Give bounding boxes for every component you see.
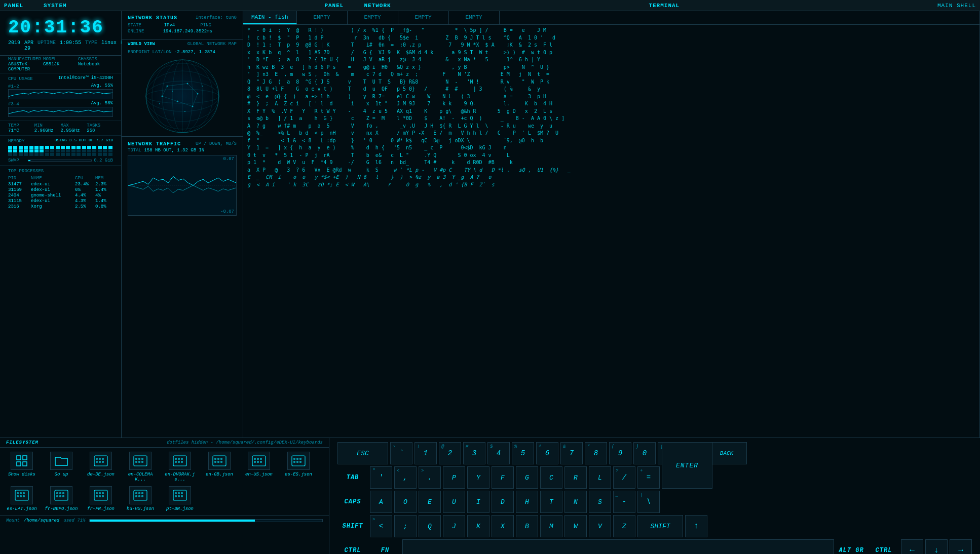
key-e[interactable]: E [419, 491, 441, 513]
caps-label[interactable]: CAPS [337, 491, 368, 513]
ctrl-right-label[interactable]: CTRL [869, 539, 899, 554]
key-quote[interactable]: " ' [370, 466, 392, 489]
fs-icon[interactable]: en-GB.json [202, 452, 237, 482]
fs-icon[interactable]: en-US.json [241, 452, 277, 482]
key-3[interactable]: # 3 [463, 442, 485, 464]
key-0[interactable]: ) 0 [633, 442, 656, 464]
key-z[interactable]: Z [613, 515, 635, 537]
key-o[interactable]: O [394, 491, 417, 513]
backspace-key[interactable]: BACK [706, 442, 747, 464]
key-g[interactable]: G [516, 466, 538, 489]
tab-empty-2[interactable]: EMPTY [348, 11, 398, 24]
key-1[interactable]: ! 1 [414, 442, 437, 464]
key-7[interactable]: & 7 [560, 442, 583, 464]
fs-icon[interactable]: Show disks [4, 452, 40, 482]
fs-icon[interactable]: es-ES.json [281, 452, 316, 482]
key-r[interactable]: R [564, 466, 587, 489]
key-i[interactable]: I [467, 491, 489, 513]
key-backslash[interactable]: | \ [637, 491, 660, 513]
fs-icon[interactable]: es-LAT.json [4, 486, 40, 511]
tab-empty-3[interactable]: EMPTY [398, 11, 449, 24]
key-6[interactable]: ^ 6 [536, 442, 558, 464]
fn-label[interactable]: FN [370, 539, 400, 554]
svg-rect-55 [214, 461, 216, 463]
key-h[interactable]: H [516, 491, 538, 513]
svg-rect-69 [293, 461, 295, 463]
key-x[interactable]: X [492, 515, 514, 537]
key-y[interactable]: Y [467, 466, 489, 489]
fs-icon[interactable]: en-COLEMAK... [123, 452, 158, 482]
key-w[interactable]: W [564, 515, 587, 537]
key-comma[interactable]: < , [394, 466, 417, 489]
shift-left-label[interactable]: SHIFT [337, 515, 368, 537]
key-5[interactable]: % 5 [512, 442, 534, 464]
traffic-max: 0.07 [223, 156, 234, 162]
key-t[interactable]: T [540, 491, 562, 513]
terminal-content[interactable]: * - 0 i ; Y @ R ! ) ) / x %1 { P _f@- " … [243, 25, 979, 438]
arrow-up-key[interactable]: ↑ [685, 515, 707, 537]
key-2[interactable]: @ 2 [439, 442, 461, 464]
fs-icon-img [90, 452, 112, 470]
key-f[interactable]: F [492, 466, 514, 489]
alt-gr-label[interactable]: ALT GR [836, 539, 866, 554]
arrow-left-key[interactable]: ← [901, 539, 923, 554]
key-period[interactable]: > . [419, 466, 441, 489]
key-d[interactable]: D [492, 491, 514, 513]
memory-grid [8, 146, 113, 156]
traffic-min: -0.07 [220, 209, 234, 214]
key-q[interactable]: Q [419, 515, 441, 537]
key-tilde[interactable]: ~ ` [390, 442, 412, 464]
fs-icon[interactable]: Go up [44, 452, 79, 482]
swap-fill [28, 160, 30, 161]
tab-label[interactable]: TAB [337, 466, 368, 489]
key-dash[interactable]: _ - [613, 491, 635, 513]
key-m[interactable]: M [540, 515, 562, 537]
fs-icon[interactable]: pt-BR.json [162, 486, 198, 511]
top-bar-mid-left: PANEL NETWORK [324, 3, 391, 9]
ctrl-left-label[interactable]: CTRL [337, 539, 368, 554]
arrow-down-key[interactable]: ↓ [925, 539, 948, 554]
arrow-right-key[interactable]: → [950, 539, 972, 554]
key-4[interactable]: $ 4 [487, 442, 510, 464]
key-8[interactable]: * 8 [585, 442, 607, 464]
globe-section [122, 56, 243, 137]
spacebar-key[interactable] [402, 539, 834, 554]
key-9[interactable]: ( 9 [609, 442, 631, 464]
key-u[interactable]: U [443, 491, 465, 513]
proc-row: 2316Xorg2.5%0.8% [8, 204, 113, 209]
fs-icon[interactable]: en-DVORAK.js... [162, 452, 198, 482]
key-c[interactable]: C [540, 466, 562, 489]
key-less[interactable]: > < [370, 515, 392, 537]
key-b[interactable]: B [516, 515, 538, 537]
key-p[interactable]: P [443, 466, 465, 489]
esc-key[interactable]: ESC [337, 442, 388, 464]
svg-rect-29 [23, 462, 27, 466]
key-s[interactable]: S [589, 491, 611, 513]
key-n[interactable]: N [564, 491, 587, 513]
fs-icon[interactable]: de-DE.json [83, 452, 119, 482]
key-v[interactable]: V [589, 515, 611, 537]
fs-icon[interactable]: fr-FR.json [83, 486, 119, 511]
mount-fill [90, 520, 255, 522]
key-a[interactable]: A [370, 491, 392, 513]
globe-svg [142, 56, 223, 137]
key-k[interactable]: K [467, 515, 489, 537]
svg-rect-59 [254, 458, 256, 460]
key-equals[interactable]: + = [637, 466, 660, 489]
shift-right-key[interactable]: SHIFT [637, 515, 683, 537]
fs-icon[interactable]: hu-HU.json [123, 486, 158, 511]
key-semicolon[interactable]: ; [394, 515, 417, 537]
svg-rect-68 [299, 458, 301, 460]
key-l[interactable]: L [589, 466, 611, 489]
svg-rect-47 [181, 458, 183, 460]
tab-empty-1[interactable]: EMPTY [297, 11, 348, 24]
core2-avg: Avg. 56% [91, 101, 113, 106]
key-j[interactable]: J [443, 515, 465, 537]
svg-rect-92 [102, 495, 104, 497]
key-slash[interactable]: ? / [613, 466, 635, 489]
fs-icon-img [287, 452, 310, 470]
tab-empty-4[interactable]: EMPTY [449, 11, 500, 24]
enter-key[interactable]: ENTER [662, 442, 712, 489]
fs-icon[interactable]: fr-BEPO.json [44, 486, 79, 511]
tab-main-fish[interactable]: MAIN - fish [243, 11, 297, 24]
